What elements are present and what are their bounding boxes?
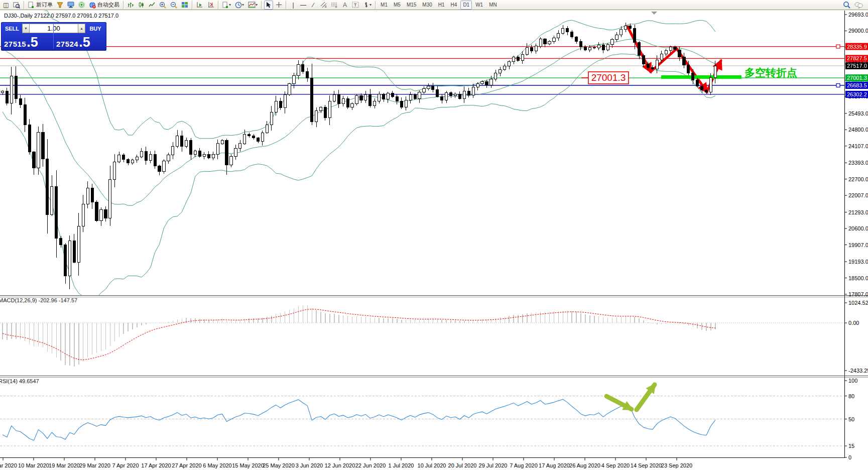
date-tick-label: 1 Jul 2020: [389, 462, 414, 468]
sell-button[interactable]: SELL: [2, 26, 22, 32]
date-tick-label: 23 Sep 2020: [661, 462, 692, 468]
price-callout-text: 27001.3: [591, 72, 626, 83]
buy-price[interactable]: 27524.5: [51, 36, 103, 48]
date-tick-label: 29 Mar 2020: [79, 462, 110, 468]
date-tick-label: 10 Jul 2020: [418, 462, 446, 468]
price-tick-label: 19193.0: [848, 259, 868, 265]
zigzag-arrow[interactable]: [651, 49, 677, 72]
main-chart-panel[interactable]: [1, 0, 716, 298]
volume-down-button[interactable]: ▼: [22, 24, 30, 33]
price-tick-label: 24800.0: [848, 127, 868, 133]
volume-up-button[interactable]: ▲: [78, 24, 85, 33]
rsi-tick-label: 0: [848, 454, 851, 460]
rsi-line: [3, 399, 715, 440]
date-tick-label: 10 Mar 2020: [18, 462, 49, 468]
mt4-window: ◫ 新订单 自动交易: [0, 0, 868, 470]
cn-annotation-text[interactable]: 多空转折点: [745, 67, 797, 79]
rsi-tick-label: 80: [848, 393, 854, 399]
price-tick-label: 23393.0: [848, 160, 868, 166]
price-level-badge-text: 26302.2: [847, 91, 867, 97]
date-tick-label: 17 Apr 2020: [141, 462, 171, 468]
price-level-badge-text: 27001.3: [847, 75, 867, 81]
macd-tick-label: 0.00: [848, 320, 859, 326]
rsi-up-arrow[interactable]: [637, 385, 655, 410]
trade-panel-divider: [53, 24, 54, 49]
price-tick-label: 18500.0: [848, 275, 868, 281]
rsi-tick-label: 15: [848, 443, 854, 449]
rsi-indicator-label: RSI(14) 49.6547: [0, 378, 39, 384]
line-handle[interactable]: [836, 45, 840, 48]
rsi-tick-label: 50: [848, 416, 854, 422]
date-tick-label: 14 Sep 2020: [631, 462, 662, 468]
green-highlight-bar[interactable]: [661, 75, 741, 79]
symbol-info: DJ30-,Daily 27122.0 27597.0 27091.0 2751…: [4, 13, 118, 19]
date-tick-label: 15 May 2020: [232, 462, 264, 468]
date-tick-label: 17 Aug 2020: [539, 462, 570, 468]
macd-indicator-label: MACD(12,26,9) -202.96 -147.57: [0, 297, 77, 303]
price-tick-label: 24107.0: [848, 143, 868, 149]
price-tick-label: 25493.0: [848, 110, 868, 116]
date-tick-label: 2 Mar 2020: [0, 462, 17, 468]
macd-panel[interactable]: [0, 305, 844, 367]
date-tick-label: 6 May 2020: [203, 462, 231, 468]
date-tick-label: 20 Jul 2020: [448, 462, 477, 468]
date-tick-label: 3 Jun 2020: [296, 462, 323, 468]
chart-area[interactable]: 27001.3多空转折点29693.029000.028307.027593.0…: [0, 0, 868, 470]
price-level-badge-text: 26683.5: [847, 82, 867, 88]
date-tick-label: 25 May 2020: [263, 462, 295, 468]
price-tick-label: 29000.0: [848, 28, 868, 34]
date-tick-label: 22 Jun 2020: [355, 462, 386, 468]
price-level-badge-text: 27517.0: [847, 63, 867, 69]
price-level-badge-text: 28335.9: [847, 44, 867, 50]
macd-tick-label: 1024.52: [848, 300, 868, 306]
one-click-trade-panel: SELL ▼ 1.00 ▲ BUY 27515.5 27524.5: [1, 22, 106, 51]
date-tick-label: 27 Apr 2020: [172, 462, 201, 468]
price-tick-label: 22700.0: [848, 176, 868, 182]
candlestick-series: [1, 23, 716, 289]
date-tick-label: 26 Aug 2020: [569, 462, 600, 468]
line-handle[interactable]: [836, 84, 840, 87]
volume-input[interactable]: 1.00: [30, 24, 78, 33]
price-tick-label: 17807.0: [848, 291, 868, 297]
date-tick-label: 19 Mar 2020: [49, 462, 80, 468]
macd-tick-label: -2433.25: [848, 368, 868, 374]
date-tick-label: 7 Apr 2020: [112, 462, 139, 468]
date-tick-label: 7 Aug 2020: [510, 462, 538, 468]
rsi-tick-label: 100: [848, 378, 857, 384]
chart-shift-marker: [651, 12, 657, 15]
price-tick-label: 21293.0: [848, 209, 868, 215]
date-tick-label: 29 Jul 2020: [479, 462, 508, 468]
macd-signal-line: [3, 309, 715, 360]
price-level-badge-text: 27827.5: [847, 55, 867, 61]
price-tick-label: 19907.0: [848, 242, 868, 248]
bollinger-upper: [3, 0, 715, 139]
buy-button[interactable]: BUY: [85, 26, 105, 32]
date-tick-label: 4 Sep 2020: [601, 462, 630, 468]
bollinger-lower: [3, 54, 715, 298]
price-tick-label: 22007.0: [848, 192, 868, 198]
price-tick-label: 29693.0: [848, 12, 868, 18]
price-tick-label: 20600.0: [848, 225, 868, 231]
date-tick-label: 12 Jun 2020: [325, 462, 355, 468]
sell-price[interactable]: 27515.5: [4, 36, 51, 48]
rsi-panel[interactable]: [0, 385, 844, 446]
macd-histogram: [3, 305, 715, 367]
